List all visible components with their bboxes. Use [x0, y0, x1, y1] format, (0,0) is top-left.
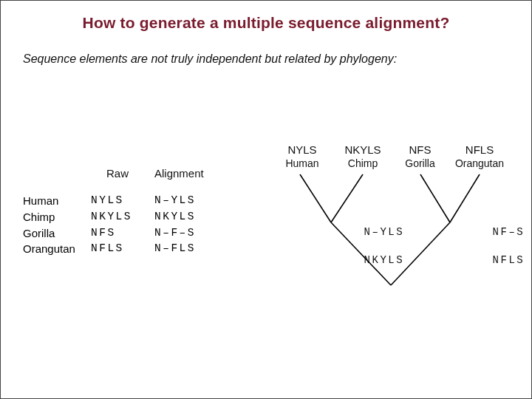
svg-line-3: [450, 174, 480, 222]
aligned-seq: N–FLS: [154, 241, 228, 257]
species-label: Orangutan: [23, 241, 91, 257]
alignment-table: Raw Alignment Human NYLS N–YLS Chimp NKY…: [23, 167, 252, 257]
slide: How to generate a multiple sequence alig…: [0, 0, 532, 399]
table-row: Gorilla NFS N–F–S: [23, 225, 252, 242]
table-row: Human NYLS N–YLS: [23, 193, 252, 209]
header-spacer: [23, 167, 91, 180]
table-header-row: Raw Alignment: [23, 167, 252, 180]
species-label: Human: [23, 193, 91, 209]
raw-seq: NYLS: [91, 193, 154, 209]
svg-line-4: [331, 222, 391, 285]
aligned-seq: N–YLS: [154, 193, 228, 209]
svg-line-5: [391, 222, 450, 285]
species-label: Chimp: [23, 209, 91, 225]
slide-subtitle: Sequence elements are not truly independ…: [1, 36, 531, 66]
raw-seq: NKYLS: [91, 209, 154, 225]
table-row: Orangutan NFLS N–FLS: [23, 241, 252, 257]
svg-line-2: [420, 174, 450, 222]
slide-title: How to generate a multiple sequence alig…: [1, 1, 531, 36]
raw-seq: NFS: [91, 225, 154, 242]
header-raw: Raw: [91, 167, 144, 180]
header-alignment: Alignment: [150, 167, 228, 180]
phylogeny-tree: [274, 149, 525, 296]
table-row: Chimp NKYLS NKYLS: [23, 209, 252, 225]
svg-line-1: [331, 174, 363, 222]
aligned-seq: NKYLS: [154, 209, 228, 225]
aligned-seq: N–F–S: [154, 225, 228, 242]
table-body: Human NYLS N–YLS Chimp NKYLS NKYLS Goril…: [23, 193, 252, 257]
species-label: Gorilla: [23, 225, 91, 242]
raw-seq: NFLS: [91, 241, 154, 257]
header-gap: [144, 167, 150, 180]
svg-line-0: [300, 174, 331, 222]
